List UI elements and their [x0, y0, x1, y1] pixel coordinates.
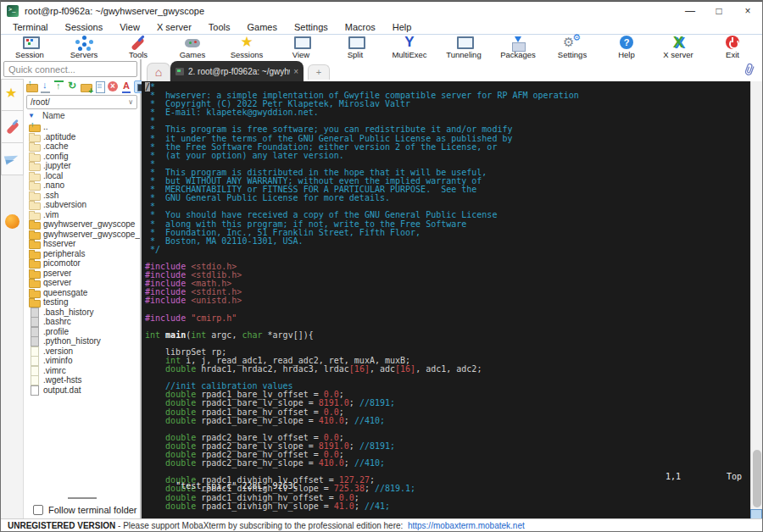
menu-games[interactable]: Games	[239, 20, 286, 34]
toolbar-settings-button[interactable]: Settings	[545, 36, 599, 59]
path-dropdown[interactable]: /root/ ∨	[26, 95, 137, 109]
menu-help[interactable]: Help	[384, 20, 420, 34]
file-icon	[29, 327, 40, 336]
file-row[interactable]: .local	[29, 171, 140, 181]
toolbar-session-button[interactable]: Session	[3, 36, 57, 59]
file-row[interactable]: queensgate	[29, 288, 140, 298]
toolbar-tunneling-button[interactable]: Tunneling	[437, 36, 491, 59]
file-row[interactable]: .config	[29, 152, 140, 162]
file-list-header[interactable]: ▼ Name	[24, 109, 140, 122]
file-row[interactable]: .bash_history	[29, 308, 140, 318]
menu-terminal[interactable]: Terminal	[4, 20, 57, 34]
file-icon	[29, 385, 40, 395]
file-row[interactable]: .jupyter	[29, 161, 140, 171]
paperclip-icon[interactable]	[744, 62, 755, 77]
toolbar-multiexec-button[interactable]: MultiExec	[382, 36, 437, 59]
file-row[interactable]: .version	[29, 346, 140, 357]
toolbar-tools-button[interactable]: Tools	[111, 36, 165, 59]
download-button[interactable]	[39, 80, 52, 93]
file-row[interactable]: .cache	[29, 141, 140, 152]
toolbar-right-group: X serverExit	[657, 36, 759, 59]
file-row[interactable]: hsserver	[29, 239, 140, 249]
file-row[interactable]: .profile	[29, 327, 140, 337]
toolbar-sessions-button[interactable]: Sessions	[220, 36, 274, 59]
toolbar-servers-button[interactable]: Servers	[57, 36, 111, 59]
close-button[interactable]: ×	[733, 2, 762, 20]
toolbar-split-button[interactable]: Split	[328, 36, 382, 59]
tools-tab[interactable]	[1, 111, 24, 143]
minimize-button[interactable]: —	[676, 2, 705, 20]
file-row[interactable]: .subversion	[29, 200, 140, 210]
home-tab[interactable]	[147, 63, 170, 81]
toolbar-exit-button[interactable]: Exit	[711, 36, 754, 59]
delete-button[interactable]	[107, 80, 120, 93]
file-name: peripherals	[43, 249, 85, 258]
terminal-scrollbar-thumb[interactable]	[753, 450, 761, 507]
file-row[interactable]: .vim	[29, 210, 140, 220]
toolbar-packages-button[interactable]: Packages	[491, 36, 545, 59]
menu-x-server[interactable]: X server	[148, 20, 200, 34]
file-row[interactable]: picomotor	[29, 258, 140, 269]
menu-tools[interactable]: Tools	[200, 20, 239, 34]
games-icon	[181, 36, 203, 51]
mobatek-link[interactable]: https://mobaxterm.mobatek.net	[408, 521, 525, 530]
maximize-button[interactable]: □	[705, 2, 733, 20]
active-terminal-tab[interactable]: 2. root@rp-f0962a: ~/gwyhwserver ×	[170, 61, 304, 81]
upload-button[interactable]	[53, 80, 65, 93]
vim-cursor-position: 1,1	[666, 472, 681, 481]
star-icon	[236, 36, 258, 51]
menu-view[interactable]: View	[111, 20, 148, 34]
menu-settings[interactable]: Settings	[286, 20, 337, 34]
toolbar-games-button[interactable]: Games	[165, 36, 220, 59]
file-icon	[29, 366, 40, 375]
rename-button[interactable]	[120, 80, 133, 93]
toolbar-label: Servers	[57, 50, 111, 59]
new-file-button[interactable]	[93, 80, 106, 93]
file-name: gwyhwserver_gwyscope_NPL...	[43, 230, 140, 239]
new-tab-button[interactable]: +	[308, 64, 330, 80]
new-folder-button[interactable]	[80, 80, 92, 93]
file-row[interactable]: .bashrc	[29, 317, 140, 327]
sessions-tab[interactable]	[1, 79, 24, 111]
menu-sessions[interactable]: Sessions	[57, 20, 112, 34]
terminal-scrollbar[interactable]	[750, 81, 763, 520]
file-name: .ssh	[43, 191, 58, 200]
file-row[interactable]: .aptitude	[29, 132, 140, 142]
go-up-folder-button[interactable]	[25, 80, 38, 93]
file-row[interactable]: gwyhwserver_gwyscope_NPL...	[29, 230, 140, 240]
file-row[interactable]: output.dat	[29, 385, 140, 396]
panel-splitter-handle[interactable]	[24, 495, 140, 502]
toolbar-help-button[interactable]: Help	[599, 36, 654, 59]
terminal-screen[interactable]: /* * hwserver: a simple implentation of …	[142, 81, 750, 520]
quick-connect-input[interactable]	[3, 61, 137, 77]
file-row[interactable]: .viminfo	[29, 356, 140, 366]
file-row[interactable]: .python_history	[29, 336, 140, 346]
tab-close-icon[interactable]: ×	[293, 67, 298, 76]
folder-icon	[29, 278, 40, 287]
file-name: ..	[43, 122, 48, 131]
toolbar-view-button[interactable]: View	[274, 36, 328, 59]
macros-tab[interactable]	[1, 143, 24, 175]
menu-macros[interactable]: Macros	[337, 20, 384, 34]
file-row[interactable]: peripherals	[29, 249, 140, 259]
file-row[interactable]: qserver	[29, 278, 140, 288]
file-row[interactable]: .ssh	[29, 191, 140, 201]
terminal-line	[145, 340, 750, 348]
multiexec-icon	[398, 36, 420, 51]
mobaxterm-window: root@rp-f0962a: ~/gwyhwserver_gwyscope —…	[0, 0, 763, 532]
file-row[interactable]: .nano	[29, 180, 140, 191]
file-name: picomotor	[43, 258, 81, 268]
file-row[interactable]: ..	[29, 122, 140, 132]
file-row[interactable]: testing	[29, 297, 140, 308]
toolbar-x server-button[interactable]: X server	[657, 36, 699, 59]
folder-icon	[29, 210, 40, 219]
follow-terminal-folder-checkbox[interactable]	[33, 505, 43, 515]
file-row[interactable]: .vimrc	[29, 366, 140, 376]
refresh-button[interactable]	[66, 80, 79, 93]
file-row[interactable]: gwyhwserver_gwyscope	[29, 219, 140, 230]
file-row[interactable]: pserver	[29, 269, 140, 279]
tree-expander-icon[interactable]: ▼	[28, 112, 35, 119]
sftp-tab-icon[interactable]	[5, 214, 19, 229]
file-row[interactable]: .wget-hsts	[29, 375, 140, 385]
name-column-header: Name	[42, 111, 65, 120]
